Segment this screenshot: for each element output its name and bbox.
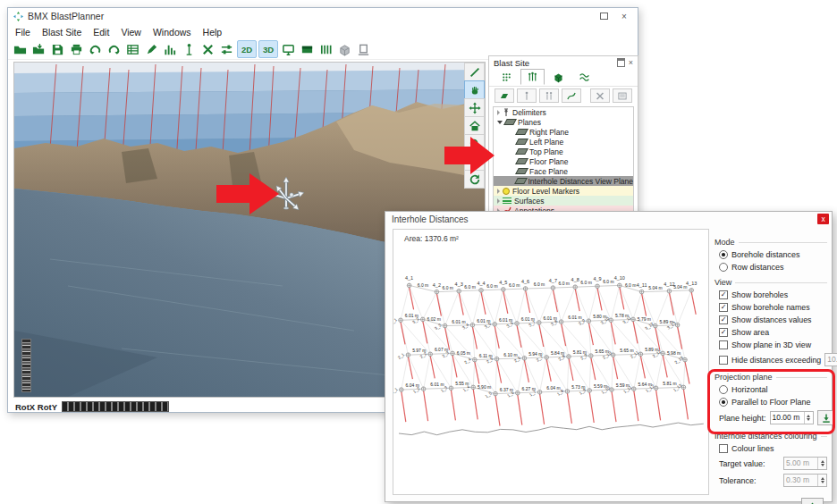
table-button[interactable] xyxy=(124,41,141,57)
view-show-area[interactable]: ✓Show area xyxy=(719,328,827,337)
redo-button[interactable] xyxy=(106,41,123,57)
view-show-distances-values[interactable]: ✓Show distances values xyxy=(719,315,827,324)
delete-button[interactable] xyxy=(199,41,216,57)
plane-icon xyxy=(505,119,515,125)
open-button[interactable] xyxy=(12,41,29,57)
mode-borehole-distances[interactable]: Borehole distances xyxy=(719,250,827,259)
tree-item-top-plane[interactable]: Top Plane xyxy=(494,147,633,156)
expander-right-icon[interactable] xyxy=(497,189,500,194)
plane-tool-button[interactable] xyxy=(495,88,514,103)
polyline-tool-button[interactable] xyxy=(562,88,581,103)
move-tool-button[interactable] xyxy=(464,98,485,117)
home-tool-button[interactable] xyxy=(464,116,485,135)
svg-text:5.65 m: 5.65 m xyxy=(620,348,633,353)
tree-item-label: Planes xyxy=(518,118,541,127)
svg-text:6.02 m: 6.02 m xyxy=(427,316,441,322)
undo-button[interactable] xyxy=(87,41,104,57)
3d-toggle-button[interactable]: 3D xyxy=(258,40,278,58)
panel-header: Blast Site × xyxy=(489,56,638,69)
dialog-close-button[interactable]: x xyxy=(817,214,829,224)
svg-text:5.81 m: 5.81 m xyxy=(573,349,587,355)
close-button[interactable]: × xyxy=(616,10,632,22)
view-show-area-checkbox[interactable]: ✓ xyxy=(719,328,728,337)
tree-item-right-plane[interactable]: Right Plane xyxy=(494,127,633,137)
svg-text:6.0 m: 6.0 m xyxy=(443,285,454,290)
mode-row-distances-radio[interactable] xyxy=(719,263,728,272)
edit-button[interactable] xyxy=(143,41,160,57)
tree-item-interhole-distances-view-plane[interactable]: Interhole Distances View Plane xyxy=(494,176,633,186)
expander-right-icon[interactable] xyxy=(497,198,500,204)
view-show-borehole-names-checkbox[interactable]: ✓ xyxy=(719,303,728,312)
tab-contours-tab[interactable] xyxy=(572,69,596,85)
tolerance-arrows[interactable] xyxy=(817,475,826,486)
tab-grid-tab[interactable] xyxy=(495,69,519,85)
expander-down-icon[interactable] xyxy=(497,121,503,124)
view-show-plane-in-3d-view[interactable]: Show plane in 3D view xyxy=(719,340,827,349)
view-show-borehole-names[interactable]: ✓Show borehole names xyxy=(719,303,827,312)
view-show-boreholes[interactable]: ✓Show boreholes xyxy=(719,290,827,299)
tree-item-face-plane[interactable]: Face Plane xyxy=(494,166,633,176)
tolerance-spinner[interactable]: 0.30 m xyxy=(783,474,827,487)
svg-text:4_3: 4_3 xyxy=(455,281,463,287)
menu-blast-site[interactable]: Blast Site xyxy=(42,27,81,38)
view-hide-distances-exceeding-spinner[interactable]: 10.00 m xyxy=(824,353,837,366)
section-view-icon xyxy=(357,43,370,56)
rotation-slider[interactable] xyxy=(62,401,169,412)
view-show-plane-in-3d-view-checkbox[interactable] xyxy=(719,340,728,349)
chart-button[interactable] xyxy=(162,41,179,57)
2d-toggle-button[interactable]: 2D xyxy=(237,40,257,58)
properties-tool-button[interactable] xyxy=(613,88,632,103)
panel-toolbar xyxy=(489,87,638,105)
tree-item-label: Interhole Distances View Plane xyxy=(528,177,634,186)
target-value-spinner[interactable]: 5.00 m xyxy=(783,457,827,470)
tree-item-floor-level-markers[interactable]: Floor Level Markers xyxy=(494,186,633,196)
section-view-button[interactable] xyxy=(355,41,372,57)
settings-button[interactable] xyxy=(218,41,235,57)
dock-options-icon[interactable] xyxy=(617,58,625,67)
tree-item-surfaces[interactable]: Surfaces xyxy=(494,196,633,206)
target-value-arrows[interactable] xyxy=(817,458,826,469)
pan-tool-button[interactable] xyxy=(464,80,485,99)
colour-lines-row[interactable]: Colour lines xyxy=(719,444,827,453)
delete-tool-button[interactable] xyxy=(590,88,610,103)
menu-edit[interactable]: Edit xyxy=(93,27,109,38)
import-button[interactable] xyxy=(30,41,47,57)
expander-right-icon[interactable] xyxy=(497,110,500,115)
tab-contours-icon xyxy=(579,71,590,83)
svg-text:6.04 m: 6.04 m xyxy=(546,385,560,391)
face-view-button[interactable] xyxy=(299,41,316,57)
view-hide-distances-exceeding-checkbox[interactable] xyxy=(719,356,728,365)
bars-view-button[interactable] xyxy=(317,41,334,57)
svg-text:6.27 m: 6.27 m xyxy=(522,386,536,391)
solid-view-button[interactable] xyxy=(336,41,353,57)
menu-view[interactable]: View xyxy=(121,27,141,38)
view-show-boreholes-checkbox[interactable]: ✓ xyxy=(719,290,728,299)
mode-row-distances[interactable]: Row distances xyxy=(719,263,827,272)
colour-lines-checkbox[interactable] xyxy=(719,444,728,453)
boreholes-tool-button[interactable] xyxy=(539,88,559,103)
monitor-button[interactable] xyxy=(280,41,297,57)
menu-file[interactable]: File xyxy=(15,27,30,38)
menu-windows[interactable]: Windows xyxy=(153,27,191,38)
mode-borehole-distances-radio[interactable] xyxy=(719,250,728,259)
borehole-button[interactable] xyxy=(181,41,198,57)
tab-boreholes-tab[interactable] xyxy=(520,69,545,85)
print-button[interactable] xyxy=(68,41,85,57)
tree-item-planes[interactable]: Planes xyxy=(494,117,633,127)
export-button[interactable] xyxy=(801,498,824,504)
panel-close-icon[interactable]: × xyxy=(629,58,633,67)
zoom-scale-bar[interactable] xyxy=(21,339,31,392)
tree-item-delimiters[interactable]: Delimiters xyxy=(494,107,633,117)
menu-bar: File Blast Site Edit View Windows Help xyxy=(8,24,638,39)
draw-line-tool-button[interactable] xyxy=(464,63,485,81)
view-show-distances-values-checkbox[interactable]: ✓ xyxy=(719,315,728,324)
borehole-tool-button[interactable] xyxy=(517,88,537,103)
import-icon xyxy=(32,43,46,56)
restore-button[interactable] xyxy=(596,10,612,22)
tree-item-floor-plane[interactable]: Floor Plane xyxy=(494,156,633,166)
view-hide-distances-exceeding[interactable]: Hide distances exceeding10.00 m xyxy=(719,353,827,366)
menu-help[interactable]: Help xyxy=(203,27,223,38)
save-button[interactable] xyxy=(49,41,66,57)
tree-item-left-plane[interactable]: Left Plane xyxy=(494,137,633,147)
tab-solids-tab[interactable] xyxy=(546,69,571,85)
